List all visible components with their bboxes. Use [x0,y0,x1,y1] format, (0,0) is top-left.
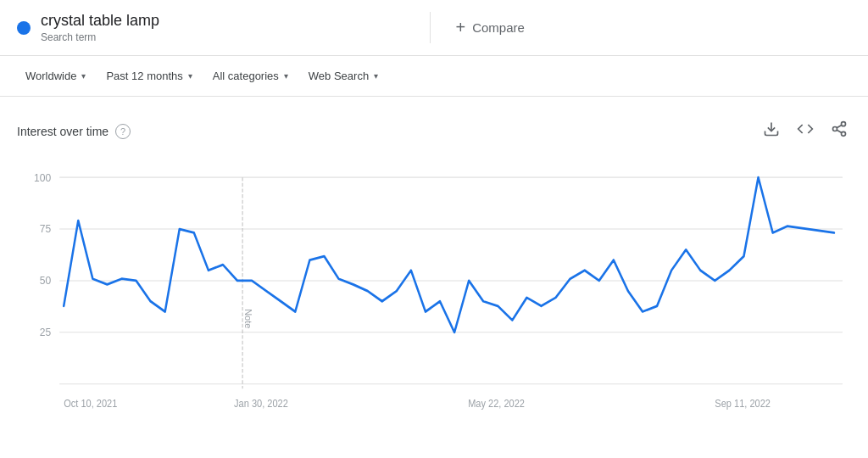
svg-text:Jan 30, 2022: Jan 30, 2022 [234,398,288,410]
share-button[interactable] [827,117,851,145]
svg-text:May 22, 2022: May 22, 2022 [468,398,525,410]
search-term-text: crystal table lamp Search term [41,12,159,43]
compare-section[interactable]: + Compare [431,18,852,37]
search-term-dot [17,21,31,35]
trend-line [64,177,834,332]
chart-title: Interest over time [17,125,108,138]
search-term-label: Search term [41,31,159,43]
svg-text:Note: Note [243,309,253,328]
download-button[interactable] [760,117,783,145]
compare-plus-icon: + [456,18,466,37]
filters-bar: Worldwide ▾ Past 12 months ▾ All categor… [0,56,868,97]
filter-time-label: Past 12 months [106,70,182,82]
chevron-down-icon: ▾ [284,71,288,81]
chart-title-row: Interest over time ? [17,124,131,139]
chart-container: 100 75 50 25 Note Oct 10, 2021 Jan 30, 2… [17,159,851,422]
chart-header: Interest over time ? [17,117,851,145]
svg-text:50: 50 [40,275,51,288]
svg-point-3 [842,131,846,136]
chevron-down-icon: ▾ [81,71,86,81]
chart-actions [760,117,851,145]
filter-category-label: All categories [213,70,279,82]
header: crystal table lamp Search term + Compare [0,0,868,56]
help-icon[interactable]: ? [115,124,131,139]
chart-section: Interest over time ? [0,103,868,430]
svg-text:25: 25 [40,327,51,339]
svg-line-4 [837,130,842,132]
chevron-down-icon: ▾ [188,71,192,81]
svg-text:Oct 10, 2021: Oct 10, 2021 [64,398,117,410]
filter-location[interactable]: Worldwide ▾ [17,64,94,87]
filter-time[interactable]: Past 12 months ▾ [97,64,200,87]
svg-text:100: 100 [34,171,51,184]
svg-text:Sep 11, 2022: Sep 11, 2022 [715,398,771,410]
search-term-value: crystal table lamp [41,12,159,30]
svg-point-2 [833,127,837,131]
filter-location-label: Worldwide [25,70,76,82]
filter-search-type-label: Web Search [309,70,369,82]
svg-text:75: 75 [40,223,51,236]
filter-search-type[interactable]: Web Search ▾ [300,64,387,87]
search-term-section: crystal table lamp Search term [17,12,431,43]
compare-label: Compare [472,20,525,35]
embed-button[interactable] [793,117,817,145]
chevron-down-icon: ▾ [374,71,378,81]
svg-point-1 [842,122,846,126]
svg-line-5 [837,125,842,127]
trend-chart: 100 75 50 25 Note Oct 10, 2021 Jan 30, 2… [17,159,851,422]
filter-category[interactable]: All categories ▾ [204,64,297,87]
